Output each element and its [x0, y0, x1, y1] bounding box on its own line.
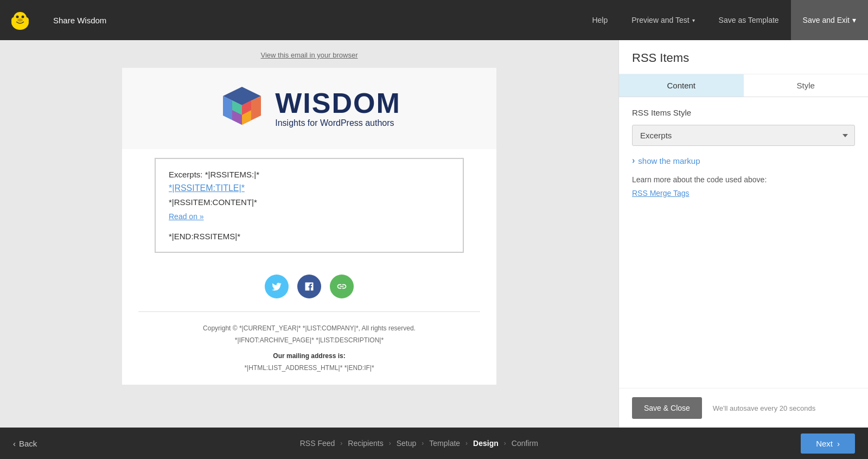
breadcrumb-rss-feed[interactable]: RSS Feed: [300, 439, 335, 448]
panel-footer: Save & Close We'll autosave every 20 sec…: [619, 388, 868, 428]
autosave-text: We'll autosave every 20 seconds: [713, 404, 815, 412]
footer-mailing-label: Our mailing address is:: [273, 352, 345, 360]
footer-address: *|HTML:LIST_ADDRESS_HTML|* *|END:IF|*: [144, 362, 475, 374]
breadcrumb-sep-4: ›: [465, 439, 468, 447]
rss-merge-tags-link[interactable]: RSS Merge Tags: [632, 189, 690, 197]
breadcrumb-template[interactable]: Template: [429, 439, 460, 448]
rss-content-block: Excerpts: *|RSSITEMS:|* *|RSSITEM:TITLE|…: [155, 158, 464, 253]
panel-body: RSS Items Style Excerpts Full Text Title…: [619, 97, 868, 388]
svg-point-5: [11, 17, 16, 23]
brand-title: Share Wisdom: [40, 16, 119, 25]
svg-point-4: [17, 18, 23, 22]
next-button[interactable]: Next ›: [801, 433, 855, 454]
svg-point-3: [22, 16, 24, 18]
panel-title: RSS Items: [619, 40, 868, 74]
preview-test-button[interactable]: Preview and Test ▾: [620, 0, 706, 40]
main-content: View this email in your browser: [0, 40, 868, 428]
breadcrumb-sep-3: ›: [422, 439, 424, 447]
email-footer: Copyright © *|CURRENT_YEAR|* *|LIST:COMP…: [122, 312, 496, 385]
facebook-icon: [304, 281, 315, 292]
rss-read-on-link[interactable]: Read on »: [169, 212, 450, 221]
bottom-navigation: ‹ Back RSS Feed › Recipients › Setup › T…: [0, 428, 868, 459]
save-exit-button[interactable]: Save and Exit ▾: [791, 0, 868, 40]
chevron-left-icon: ‹: [13, 439, 16, 448]
breadcrumb-design[interactable]: Design: [473, 439, 499, 448]
wisdom-heading: WISDOM: [275, 89, 401, 117]
rss-end-tag: *|END:RSSITEMS|*: [169, 232, 450, 241]
breadcrumb-sep-5: ›: [504, 439, 506, 447]
breadcrumb-recipients[interactable]: Recipients: [348, 439, 383, 448]
link-icon: [336, 281, 347, 292]
tab-content[interactable]: Content: [619, 74, 744, 97]
chevron-right-icon: ›: [632, 156, 635, 165]
rss-item-title[interactable]: *|RSSITEM:TITLE|*: [169, 183, 450, 193]
breadcrumb-setup[interactable]: Setup: [397, 439, 417, 448]
chevron-down-icon-2: ▾: [852, 16, 856, 24]
twitter-social-button[interactable]: [265, 275, 289, 298]
footer-copyright: Copyright © *|CURRENT_YEAR|* *|LIST:COMP…: [144, 323, 475, 335]
facebook-social-button[interactable]: [297, 275, 321, 298]
breadcrumb-sep-1: ›: [340, 439, 342, 447]
rss-style-dropdown[interactable]: Excerpts Full Text Titles Only: [632, 125, 855, 146]
chevron-down-icon: ▾: [692, 17, 695, 23]
chevron-right-icon-next: ›: [837, 439, 840, 448]
footer-archive: *|IFNOT:ARCHIVE_PAGE|* *|LIST:DESCRIPTIO…: [144, 335, 475, 347]
panel-tabs: Content Style: [619, 74, 868, 97]
breadcrumb-sep-2: ›: [389, 439, 391, 447]
show-markup-toggle[interactable]: › show the markup: [632, 156, 855, 165]
save-close-button[interactable]: Save & Close: [632, 397, 702, 419]
twitter-icon: [271, 281, 282, 292]
breadcrumb-confirm[interactable]: Confirm: [512, 439, 538, 448]
back-button[interactable]: ‹ Back: [13, 439, 37, 448]
help-button[interactable]: Help: [580, 0, 620, 40]
top-navigation: Share Wisdom Help Preview and Test ▾ Sav…: [0, 0, 868, 40]
show-markup-label: show the markup: [638, 156, 700, 165]
wisdom-cube-logo: [218, 84, 266, 133]
rss-items-style-label: RSS Items Style: [632, 108, 855, 117]
svg-point-2: [16, 16, 19, 18]
right-panel: RSS Items Content Style RSS Items Style …: [618, 40, 868, 428]
email-preview-area: View this email in your browser: [0, 40, 618, 428]
tab-style[interactable]: Style: [744, 74, 869, 97]
wisdom-subheading: Insights for WordPress authors: [275, 118, 401, 128]
email-container: WISDOM Insights for WordPress authors Ex…: [122, 68, 496, 385]
breadcrumb-nav: RSS Feed › Recipients › Setup › Template…: [300, 439, 538, 448]
link-social-button[interactable]: [330, 275, 354, 298]
email-header: WISDOM Insights for WordPress authors: [122, 68, 496, 149]
social-icons-section: [122, 262, 496, 311]
rss-excerpts-label: Excerpts: *|RSSITEMS:|*: [169, 170, 450, 179]
svg-point-1: [14, 12, 27, 24]
svg-point-6: [24, 17, 29, 23]
view-browser-link[interactable]: View this email in your browser: [261, 51, 358, 59]
rss-item-content: *|RSSITEM:CONTENT|*: [169, 197, 450, 207]
mailchimp-logo: [0, 0, 40, 40]
save-template-button[interactable]: Save as Template: [707, 0, 791, 40]
learn-more-text: Learn more about the code used above:: [632, 175, 855, 184]
